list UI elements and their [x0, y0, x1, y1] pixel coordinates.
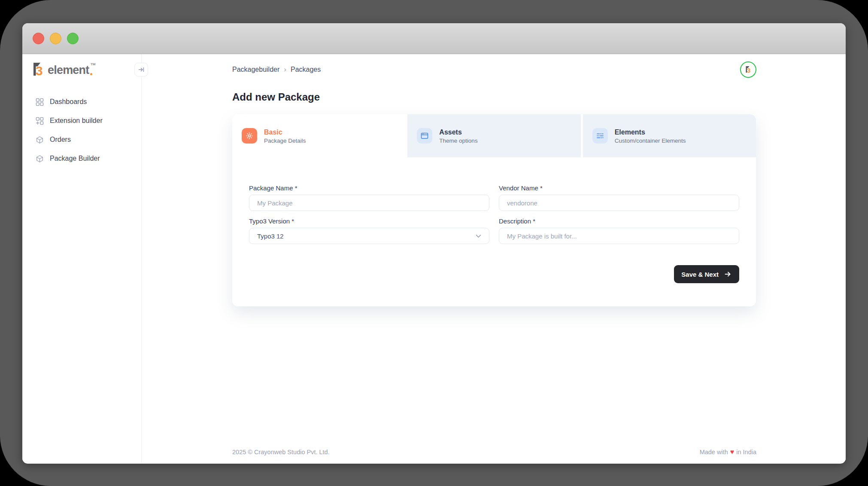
device-frame: 3 element TM	[0, 0, 868, 486]
breadcrumb: Packagebuilder › Packages	[232, 65, 321, 74]
page-footer: 2025 © Crayonweb Studio Pvt. Ltd. Made w…	[232, 449, 756, 455]
package-name-label: Package Name *	[249, 184, 489, 193]
chevron-down-icon	[476, 234, 481, 238]
breadcrumb-packagebuilder[interactable]: Packagebuilder	[232, 66, 279, 73]
main-area: Packagebuilder › Packages 3 Add new Pack…	[142, 54, 846, 463]
sidebar-item-dashboards[interactable]: Dashboards	[22, 92, 141, 111]
sidebar-item-extension-builder[interactable]: Extension builder	[22, 111, 141, 130]
sidebar-item-label: Orders	[50, 136, 71, 144]
maximize-window-button[interactable]	[67, 33, 79, 44]
brand-wordmark: element	[48, 64, 89, 76]
in-india-text: in India	[736, 449, 756, 455]
tab-icon-box	[242, 128, 257, 144]
app-content: 3 element TM	[22, 54, 846, 463]
sidebar-item-orders[interactable]: Orders	[22, 130, 141, 149]
tab-sublabel: Custom/container Elements	[615, 138, 686, 144]
header-row: Packagebuilder › Packages 3	[232, 61, 756, 78]
app-window: 3 element TM	[22, 23, 846, 464]
window-titlebar	[22, 23, 846, 54]
grid-icon	[36, 98, 44, 106]
brand-logo[interactable]: 3 element TM	[22, 54, 141, 86]
arrow-right-icon	[724, 270, 732, 278]
t3-avatar-icon: 3	[745, 65, 752, 74]
form-actions: Save & Next	[249, 265, 739, 283]
package-cube-icon	[36, 155, 44, 163]
t3-logo-icon: 3	[32, 61, 45, 78]
brand-dot	[90, 73, 92, 75]
page-title: Add new Package	[232, 91, 756, 104]
tab-icon-box	[592, 128, 608, 144]
package-name-input[interactable]	[249, 195, 489, 211]
app-window-icon	[420, 131, 429, 140]
tab-label: Basic	[264, 128, 306, 137]
tab-sublabel: Package Details	[264, 138, 306, 144]
tab-basic[interactable]: Basic Package Details	[232, 114, 405, 157]
close-window-button[interactable]	[33, 33, 44, 44]
svg-text:3: 3	[747, 67, 750, 74]
vendor-name-label: Vendor Name *	[499, 184, 739, 193]
sidebar-nav: Dashboards Extension builder	[22, 92, 141, 168]
made-with-text: Made with	[700, 449, 728, 455]
heart-icon: ♥	[730, 449, 734, 455]
tab-panel-basic: Package Name * Vendor Name * Typo3 Versi…	[232, 157, 756, 306]
made-with-love: Made with ♥ in India	[700, 449, 756, 455]
tab-label: Assets	[439, 128, 477, 137]
copyright-text: 2025 © Crayonweb Studio Pvt. Ltd.	[232, 449, 330, 455]
package-form: Package Name * Vendor Name * Typo3 Versi…	[249, 184, 739, 244]
breadcrumb-packages[interactable]: Packages	[291, 66, 321, 73]
minimize-window-button[interactable]	[50, 33, 61, 44]
vendor-name-input[interactable]	[499, 195, 739, 211]
sidebar-item-label: Extension builder	[50, 117, 103, 125]
tab-strip: Basic Package Details	[232, 114, 756, 157]
typo3-version-label: Typo3 Version *	[249, 217, 489, 226]
typo3-version-select[interactable]: Typo3 12	[249, 228, 489, 244]
tab-assets[interactable]: Assets Theme options	[407, 114, 580, 157]
sidebar: 3 element TM	[22, 54, 142, 463]
sidebar-item-label: Dashboards	[50, 98, 87, 106]
description-input[interactable]	[499, 228, 739, 244]
package-form-card: Basic Package Details	[232, 114, 756, 306]
vendor-name-field-group: Vendor Name *	[499, 184, 739, 211]
sidebar-collapse-button[interactable]	[134, 63, 148, 76]
save-next-button[interactable]: Save & Next	[674, 265, 739, 283]
description-field-group: Description *	[499, 217, 739, 244]
trademark-label: TM	[91, 62, 96, 66]
sidebar-item-package-builder[interactable]: Package Builder	[22, 149, 141, 168]
grid-plus-icon	[36, 117, 44, 125]
tab-icon-box	[417, 128, 432, 144]
typo3-version-value: Typo3 12	[257, 232, 284, 240]
package-cube-icon	[36, 136, 44, 144]
sidebar-item-label: Package Builder	[50, 155, 100, 162]
typo3-version-field-group: Typo3 Version * Typo3 12	[249, 217, 489, 244]
chevron-right-icon: ›	[284, 65, 286, 74]
tab-elements[interactable]: Elements Custom/container Elements	[583, 114, 756, 157]
package-name-field-group: Package Name *	[249, 184, 489, 211]
description-label: Description *	[499, 217, 739, 226]
sliders-icon	[596, 131, 604, 140]
gear-icon	[245, 131, 254, 140]
tab-label: Elements	[615, 128, 686, 137]
collapse-sidebar-icon	[138, 66, 145, 73]
svg-text:3: 3	[36, 64, 43, 78]
tab-sublabel: Theme options	[439, 138, 477, 144]
save-next-label: Save & Next	[681, 271, 719, 278]
user-avatar[interactable]: 3	[740, 61, 756, 78]
